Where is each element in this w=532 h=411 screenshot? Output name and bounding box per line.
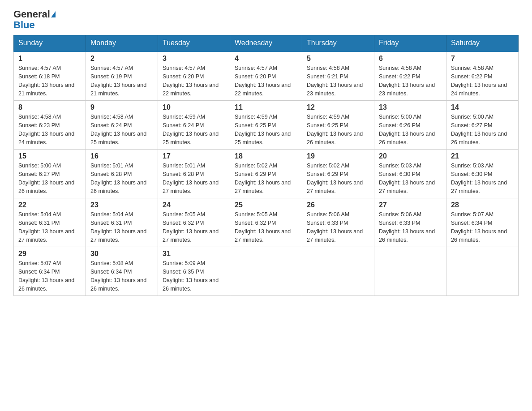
day-number: 28 xyxy=(451,201,514,209)
weekday-header-tuesday: Tuesday xyxy=(158,35,230,51)
calendar-cell: 14Sunrise: 5:00 AMSunset: 6:27 PMDayligh… xyxy=(446,101,519,150)
calendar-cell: 28Sunrise: 5:07 AMSunset: 6:34 PMDayligh… xyxy=(446,198,519,247)
day-info: Sunrise: 5:06 AMSunset: 6:33 PMDaylight:… xyxy=(379,211,435,243)
day-number: 27 xyxy=(379,201,442,209)
calendar-cell: 18Sunrise: 5:02 AMSunset: 6:29 PMDayligh… xyxy=(230,150,302,198)
day-info: Sunrise: 4:57 AMSunset: 6:18 PMDaylight:… xyxy=(18,65,74,96)
day-number: 1 xyxy=(18,55,81,63)
day-number: 8 xyxy=(18,103,81,111)
day-number: 30 xyxy=(90,250,153,258)
day-number: 17 xyxy=(163,152,225,160)
calendar-week-row: 8Sunrise: 4:58 AMSunset: 6:23 PMDaylight… xyxy=(14,101,519,150)
logo-triangle-icon xyxy=(51,11,56,17)
day-number: 29 xyxy=(18,250,81,258)
day-info: Sunrise: 4:57 AMSunset: 6:20 PMDaylight:… xyxy=(163,65,219,96)
day-info: Sunrise: 5:07 AMSunset: 6:34 PMDaylight:… xyxy=(18,260,74,291)
day-number: 21 xyxy=(451,152,514,160)
calendar-cell: 20Sunrise: 5:03 AMSunset: 6:30 PMDayligh… xyxy=(374,150,446,198)
calendar-cell: 26Sunrise: 5:06 AMSunset: 6:33 PMDayligh… xyxy=(302,198,374,247)
calendar-cell: 7Sunrise: 4:58 AMSunset: 6:22 PMDaylight… xyxy=(446,51,519,101)
calendar-week-row: 15Sunrise: 5:00 AMSunset: 6:27 PMDayligh… xyxy=(14,150,519,198)
calendar-cell: 3Sunrise: 4:57 AMSunset: 6:20 PMDaylight… xyxy=(158,51,230,101)
calendar-cell: 30Sunrise: 5:08 AMSunset: 6:34 PMDayligh… xyxy=(86,247,158,296)
calendar-cell: 22Sunrise: 5:04 AMSunset: 6:31 PMDayligh… xyxy=(14,198,86,247)
calendar-cell: 17Sunrise: 5:01 AMSunset: 6:28 PMDayligh… xyxy=(158,150,230,198)
day-number: 15 xyxy=(18,152,81,160)
calendar-cell: 21Sunrise: 5:03 AMSunset: 6:30 PMDayligh… xyxy=(446,150,519,198)
page-header: General Blue xyxy=(13,9,519,30)
weekday-header-friday: Friday xyxy=(374,35,446,51)
day-info: Sunrise: 5:05 AMSunset: 6:32 PMDaylight:… xyxy=(235,211,291,243)
day-info: Sunrise: 5:02 AMSunset: 6:29 PMDaylight:… xyxy=(235,163,291,194)
day-info: Sunrise: 4:59 AMSunset: 6:24 PMDaylight:… xyxy=(163,114,219,145)
day-number: 3 xyxy=(163,55,225,63)
calendar-cell: 31Sunrise: 5:09 AMSunset: 6:35 PMDayligh… xyxy=(158,247,230,296)
weekday-header-sunday: Sunday xyxy=(14,35,86,51)
day-number: 10 xyxy=(163,103,225,111)
calendar-cell: 12Sunrise: 4:59 AMSunset: 6:25 PMDayligh… xyxy=(302,101,374,150)
day-number: 24 xyxy=(163,201,225,209)
weekday-header-thursday: Thursday xyxy=(302,35,374,51)
calendar-table: SundayMondayTuesdayWednesdayThursdayFrid… xyxy=(13,35,519,296)
day-number: 13 xyxy=(379,103,442,111)
day-number: 23 xyxy=(90,201,153,209)
day-info: Sunrise: 5:02 AMSunset: 6:29 PMDaylight:… xyxy=(307,163,363,194)
day-number: 18 xyxy=(235,152,297,160)
day-info: Sunrise: 4:59 AMSunset: 6:25 PMDaylight:… xyxy=(235,114,291,145)
day-number: 12 xyxy=(307,103,369,111)
day-info: Sunrise: 4:57 AMSunset: 6:20 PMDaylight:… xyxy=(235,65,291,96)
day-number: 2 xyxy=(90,55,153,63)
day-number: 20 xyxy=(379,152,442,160)
weekday-header-row: SundayMondayTuesdayWednesdayThursdayFrid… xyxy=(14,35,519,51)
day-info: Sunrise: 5:03 AMSunset: 6:30 PMDaylight:… xyxy=(451,163,507,194)
logo-general-text: General xyxy=(13,9,50,20)
calendar-cell: 16Sunrise: 5:01 AMSunset: 6:28 PMDayligh… xyxy=(86,150,158,198)
day-number: 11 xyxy=(235,103,297,111)
day-info: Sunrise: 5:00 AMSunset: 6:26 PMDaylight:… xyxy=(379,114,435,145)
day-number: 5 xyxy=(307,55,369,63)
day-info: Sunrise: 4:59 AMSunset: 6:25 PMDaylight:… xyxy=(307,114,363,145)
day-number: 26 xyxy=(307,201,369,209)
calendar-week-row: 29Sunrise: 5:07 AMSunset: 6:34 PMDayligh… xyxy=(14,247,519,296)
day-info: Sunrise: 4:57 AMSunset: 6:19 PMDaylight:… xyxy=(90,65,146,96)
day-info: Sunrise: 5:00 AMSunset: 6:27 PMDaylight:… xyxy=(18,163,74,194)
day-number: 6 xyxy=(379,55,442,63)
weekday-header-monday: Monday xyxy=(86,35,158,51)
calendar-cell xyxy=(446,247,519,296)
day-info: Sunrise: 5:01 AMSunset: 6:28 PMDaylight:… xyxy=(163,163,219,194)
calendar-cell: 9Sunrise: 4:58 AMSunset: 6:24 PMDaylight… xyxy=(86,101,158,150)
day-number: 4 xyxy=(235,55,297,63)
calendar-cell: 29Sunrise: 5:07 AMSunset: 6:34 PMDayligh… xyxy=(14,247,86,296)
calendar-cell: 10Sunrise: 4:59 AMSunset: 6:24 PMDayligh… xyxy=(158,101,230,150)
calendar-cell: 19Sunrise: 5:02 AMSunset: 6:29 PMDayligh… xyxy=(302,150,374,198)
day-info: Sunrise: 5:09 AMSunset: 6:35 PMDaylight:… xyxy=(163,260,219,291)
logo-blue-text: Blue xyxy=(13,19,35,30)
day-number: 9 xyxy=(90,103,153,111)
day-info: Sunrise: 4:58 AMSunset: 6:24 PMDaylight:… xyxy=(90,114,146,145)
day-info: Sunrise: 5:07 AMSunset: 6:34 PMDaylight:… xyxy=(451,211,507,243)
calendar-cell: 25Sunrise: 5:05 AMSunset: 6:32 PMDayligh… xyxy=(230,198,302,247)
calendar-cell: 5Sunrise: 4:58 AMSunset: 6:21 PMDaylight… xyxy=(302,51,374,101)
calendar-cell xyxy=(374,247,446,296)
day-info: Sunrise: 5:06 AMSunset: 6:33 PMDaylight:… xyxy=(307,211,363,243)
day-info: Sunrise: 5:08 AMSunset: 6:34 PMDaylight:… xyxy=(90,260,146,291)
logo: General Blue xyxy=(13,9,56,30)
calendar-cell: 23Sunrise: 5:04 AMSunset: 6:31 PMDayligh… xyxy=(86,198,158,247)
day-info: Sunrise: 5:01 AMSunset: 6:28 PMDaylight:… xyxy=(90,163,146,194)
day-info: Sunrise: 5:04 AMSunset: 6:31 PMDaylight:… xyxy=(18,211,74,243)
day-info: Sunrise: 4:58 AMSunset: 6:21 PMDaylight:… xyxy=(307,65,363,96)
day-info: Sunrise: 5:04 AMSunset: 6:31 PMDaylight:… xyxy=(90,211,146,243)
calendar-cell: 11Sunrise: 4:59 AMSunset: 6:25 PMDayligh… xyxy=(230,101,302,150)
calendar-cell: 8Sunrise: 4:58 AMSunset: 6:23 PMDaylight… xyxy=(14,101,86,150)
day-info: Sunrise: 4:58 AMSunset: 6:22 PMDaylight:… xyxy=(379,65,435,96)
calendar-cell: 27Sunrise: 5:06 AMSunset: 6:33 PMDayligh… xyxy=(374,198,446,247)
calendar-cell: 24Sunrise: 5:05 AMSunset: 6:32 PMDayligh… xyxy=(158,198,230,247)
calendar-cell: 15Sunrise: 5:00 AMSunset: 6:27 PMDayligh… xyxy=(14,150,86,198)
calendar-cell: 1Sunrise: 4:57 AMSunset: 6:18 PMDaylight… xyxy=(14,51,86,101)
day-number: 7 xyxy=(451,55,514,63)
calendar-cell: 2Sunrise: 4:57 AMSunset: 6:19 PMDaylight… xyxy=(86,51,158,101)
day-number: 31 xyxy=(163,250,225,258)
day-info: Sunrise: 4:58 AMSunset: 6:22 PMDaylight:… xyxy=(451,65,507,96)
calendar-week-row: 22Sunrise: 5:04 AMSunset: 6:31 PMDayligh… xyxy=(14,198,519,247)
calendar-cell xyxy=(302,247,374,296)
